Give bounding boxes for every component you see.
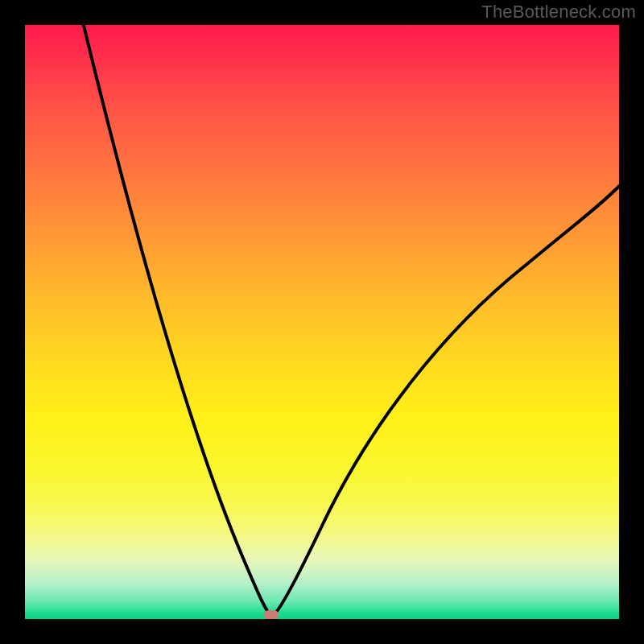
bottleneck-curve xyxy=(60,25,619,617)
minimum-marker xyxy=(264,610,279,619)
watermark-text: TheBottleneck.com xyxy=(481,2,636,23)
curve-svg xyxy=(25,25,619,619)
plot-area xyxy=(25,25,619,619)
chart-frame: TheBottleneck.com xyxy=(0,0,644,644)
